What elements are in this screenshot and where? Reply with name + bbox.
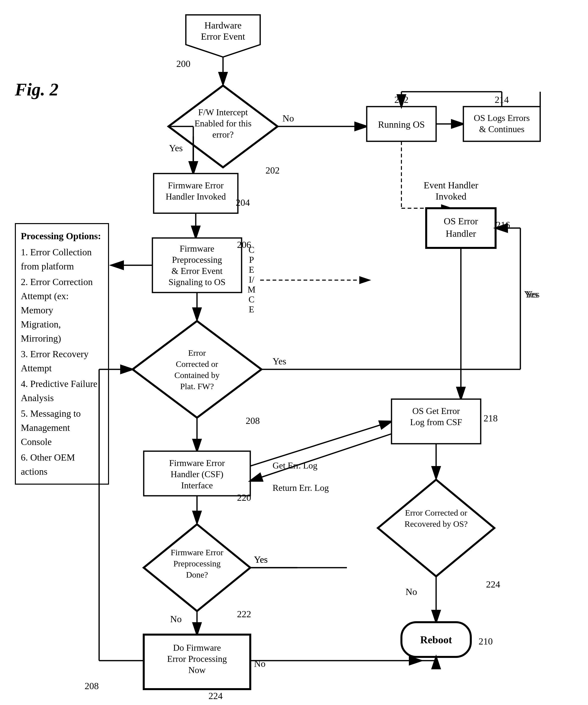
- svg-text:Enabled for this: Enabled for this: [195, 119, 251, 128]
- svg-text:& Continues: & Continues: [479, 124, 524, 134]
- svg-text:Error Event: Error Event: [201, 31, 245, 42]
- svg-text:Firmware: Firmware: [180, 244, 214, 253]
- svg-text:Contained  by: Contained by: [175, 371, 219, 380]
- svg-text:224: 224: [209, 691, 223, 701]
- svg-text:222: 222: [237, 609, 251, 619]
- svg-text:Hardware: Hardware: [204, 20, 242, 31]
- svg-text:P: P: [249, 255, 254, 265]
- svg-text:OS Get Error: OS Get Error: [412, 406, 460, 416]
- svg-text:Preprocessing: Preprocessing: [172, 255, 222, 265]
- svg-text:Handler: Handler: [446, 228, 476, 239]
- svg-text:Preprocessing: Preprocessing: [174, 559, 221, 568]
- svg-text:E: E: [249, 265, 254, 275]
- svg-text:Running OS: Running OS: [378, 119, 425, 130]
- flowchart-svg: Hardware Error Event 200 F/W Intercept E…: [0, 0, 588, 705]
- svg-text:I/: I/: [249, 275, 254, 285]
- svg-text:Interface: Interface: [181, 480, 213, 490]
- svg-text:Do Firmware: Do Firmware: [173, 643, 221, 653]
- svg-text:Firmware Error: Firmware Error: [169, 458, 225, 468]
- svg-text:OS Logs Errors: OS Logs Errors: [474, 113, 530, 123]
- svg-text:218: 218: [484, 413, 498, 423]
- svg-text:Firmware Error: Firmware Error: [168, 181, 224, 190]
- svg-text:C: C: [249, 245, 254, 255]
- svg-rect-52: [426, 208, 496, 248]
- svg-text:Event Handler: Event Handler: [424, 180, 479, 190]
- svg-text:208: 208: [246, 416, 260, 426]
- svg-text:Now: Now: [188, 665, 206, 675]
- svg-text:204: 204: [236, 197, 250, 208]
- svg-text:202: 202: [265, 165, 280, 176]
- svg-text:Log from CSF: Log from CSF: [410, 417, 462, 427]
- svg-text:210: 210: [479, 636, 493, 647]
- svg-text:error?: error?: [212, 130, 234, 140]
- svg-text:Error Processing: Error Processing: [167, 654, 227, 664]
- svg-text:Return Err. Log: Return Err. Log: [273, 483, 329, 493]
- svg-text:Error: Error: [188, 348, 206, 358]
- svg-text:208: 208: [85, 681, 99, 691]
- svg-text:Corrected or: Corrected or: [176, 360, 218, 369]
- svg-line-78: [250, 434, 392, 481]
- svg-text:Done?: Done?: [186, 570, 208, 579]
- svg-text:No: No: [406, 586, 417, 597]
- svg-line-76: [250, 421, 392, 466]
- svg-text:OS  Error: OS Error: [444, 216, 478, 226]
- svg-marker-58: [133, 321, 261, 418]
- svg-text:Handler Invoked: Handler Invoked: [166, 192, 226, 201]
- svg-text:No: No: [170, 614, 182, 624]
- svg-text:224: 224: [486, 579, 500, 590]
- svg-rect-44: [463, 107, 540, 141]
- svg-text:M: M: [248, 285, 255, 294]
- svg-text:C: C: [249, 294, 254, 304]
- svg-text:Yes: Yes: [273, 356, 286, 366]
- svg-text:Plat. FW?: Plat. FW?: [180, 382, 214, 391]
- svg-text:Reboot: Reboot: [420, 634, 452, 646]
- svg-text:Yes: Yes: [254, 554, 267, 565]
- svg-text:Handler (CSF): Handler (CSF): [171, 469, 224, 479]
- svg-text:Yes: Yes: [524, 289, 538, 299]
- svg-text:E: E: [249, 304, 254, 314]
- svg-text:No: No: [254, 658, 265, 669]
- svg-text:Recovered by OS?: Recovered by OS?: [405, 519, 468, 528]
- diagram-container: Fig. 2 Processing Options: 1. Error Coll…: [0, 0, 588, 705]
- svg-text:220: 220: [237, 492, 251, 503]
- svg-text:Invoked: Invoked: [436, 191, 467, 201]
- svg-text:Firmware Error: Firmware Error: [171, 548, 224, 557]
- svg-text:200: 200: [177, 58, 191, 69]
- svg-text:Error Corrected or: Error Corrected or: [405, 508, 467, 517]
- svg-text:F/W Intercept: F/W Intercept: [198, 107, 248, 117]
- svg-text:Yes: Yes: [169, 143, 183, 153]
- svg-text:No: No: [283, 113, 294, 124]
- svg-text:& Error Event: & Error Event: [172, 266, 223, 276]
- svg-text:Signaling to OS: Signaling to OS: [168, 277, 226, 287]
